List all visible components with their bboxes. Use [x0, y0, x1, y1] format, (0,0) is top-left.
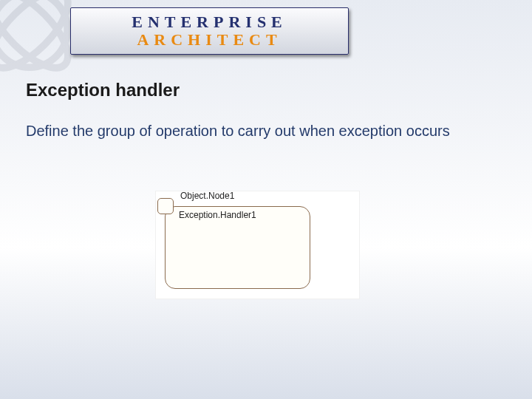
description-text: Define the group of operation to carry o…	[26, 122, 469, 140]
exception-handler-node: Object.Node1 Exception.Handler1	[165, 206, 310, 289]
exception-handler-label: Exception.Handler1	[179, 210, 256, 220]
banner-line-1: ENTERPRISE	[132, 13, 287, 32]
page-title: Exception handler	[26, 80, 180, 100]
object-node-pin	[157, 198, 174, 214]
object-node-label: Object.Node1	[180, 191, 234, 201]
banner-line-2: ARCHITECT	[137, 30, 282, 50]
slide: ENTERPRISE ARCHITECT Exception handler D…	[0, 0, 532, 399]
diagram-canvas: Object.Node1 Exception.Handler1	[155, 191, 360, 299]
product-banner: ENTERPRISE ARCHITECT	[70, 7, 349, 55]
